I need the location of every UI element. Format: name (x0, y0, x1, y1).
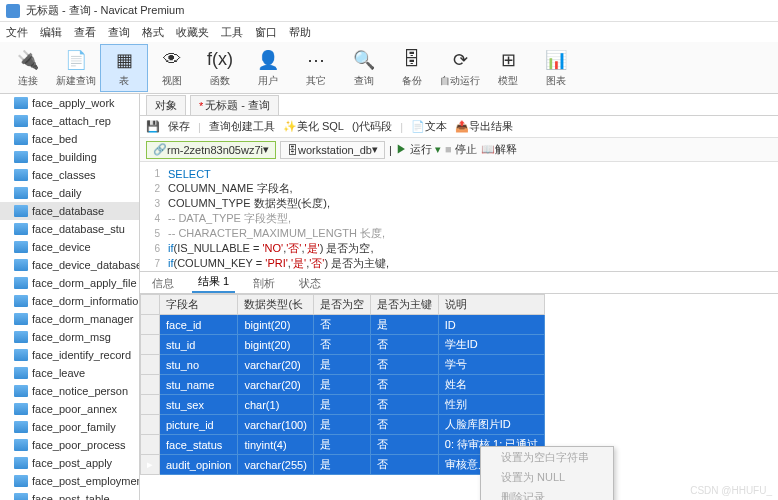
sidebar-item-face_notice_person[interactable]: face_notice_person (0, 382, 139, 400)
grid-cell[interactable]: 是 (313, 395, 370, 415)
menu-编辑[interactable]: 编辑 (40, 25, 62, 40)
tab-query[interactable]: *无标题 - 查询 (190, 95, 279, 115)
grid-cell[interactable]: face_status (160, 435, 238, 455)
sidebar-item-face_daily[interactable]: face_daily (0, 184, 139, 202)
grid-cell[interactable]: stu_id (160, 335, 238, 355)
row-header[interactable] (141, 435, 160, 455)
toolbar-连接[interactable]: 🔌连接 (4, 44, 52, 92)
row-header[interactable] (141, 355, 160, 375)
grid-cell[interactable]: 是 (313, 355, 370, 375)
sidebar-item-face_poor_family[interactable]: face_poor_family (0, 418, 139, 436)
sidebar-item-face_database_stu[interactable]: face_database_stu (0, 220, 139, 238)
menu-格式[interactable]: 格式 (142, 25, 164, 40)
save-icon[interactable]: 💾 (146, 120, 160, 133)
grid-cell[interactable]: varchar(20) (238, 375, 313, 395)
grid-cell[interactable]: audit_opinion (160, 455, 238, 475)
explain-button[interactable]: 📖解释 (481, 142, 517, 157)
connection-select[interactable]: 🔗 rm-2zetn83n05wz7i ▾ (146, 141, 276, 159)
toolbar-图表[interactable]: 📊图表 (532, 44, 580, 92)
grid-cell[interactable]: 性别 (438, 395, 545, 415)
row-header[interactable] (141, 415, 160, 435)
sidebar-item-face_post_apply[interactable]: face_post_apply (0, 454, 139, 472)
beautify-button[interactable]: ✨美化 SQL (283, 119, 344, 134)
database-select[interactable]: 🗄 workstation_db ▾ (280, 141, 385, 159)
grid-cell[interactable]: picture_id (160, 415, 238, 435)
grid-cell[interactable]: tinyint(4) (238, 435, 313, 455)
sidebar-item-face_identify_record[interactable]: face_identify_record (0, 346, 139, 364)
sidebar-item-face_dorm_msg[interactable]: face_dorm_msg (0, 328, 139, 346)
sidebar-item-face_dorm_manager[interactable]: face_dorm_manager (0, 310, 139, 328)
grid-cell[interactable]: 学生ID (438, 335, 545, 355)
grid-cell[interactable]: stu_no (160, 355, 238, 375)
grid-cell[interactable]: varchar(255) (238, 455, 313, 475)
grid-cell[interactable]: 否 (313, 335, 370, 355)
toolbar-用户[interactable]: 👤用户 (244, 44, 292, 92)
sidebar-item-face_apply_work[interactable]: face_apply_work (0, 94, 139, 112)
code-snippet-button[interactable]: ()代码段 (352, 119, 392, 134)
context-menu[interactable]: 设置为空白字符串设置为 NULL删除记录复制复制为▶粘贴显示▶ (480, 446, 614, 500)
grid-cell[interactable]: 否 (313, 315, 370, 335)
col-header[interactable]: 是否为主键 (370, 295, 438, 315)
sidebar-item-face_poor_process[interactable]: face_poor_process (0, 436, 139, 454)
menu-窗口[interactable]: 窗口 (255, 25, 277, 40)
toolbar-自动运行[interactable]: ⟳自动运行 (436, 44, 484, 92)
save-button[interactable]: 保存 (168, 119, 190, 134)
sidebar-item-face_building[interactable]: face_building (0, 148, 139, 166)
grid-cell[interactable]: 否 (370, 415, 438, 435)
grid-cell[interactable]: 是 (313, 415, 370, 435)
sql-editor[interactable]: 1SELECT2 COLUMN_NAME 字段名,3 COLUMN_TYPE 数… (140, 162, 778, 272)
grid-cell[interactable]: stu_name (160, 375, 238, 395)
menu-文件[interactable]: 文件 (6, 25, 28, 40)
grid-cell[interactable]: 是 (313, 455, 370, 475)
toolbar-备份[interactable]: 🗄备份 (388, 44, 436, 92)
toolbar-查询[interactable]: 🔍查询 (340, 44, 388, 92)
grid-cell[interactable]: face_id (160, 315, 238, 335)
sidebar-item-face_dorm_apply_file[interactable]: face_dorm_apply_file (0, 274, 139, 292)
grid-cell[interactable]: bigint(20) (238, 315, 313, 335)
grid-cell[interactable]: char(1) (238, 395, 313, 415)
tab-objects[interactable]: 对象 (146, 95, 186, 115)
export-button[interactable]: 📤导出结果 (455, 119, 513, 134)
grid-cell[interactable]: varchar(20) (238, 355, 313, 375)
menu-工具[interactable]: 工具 (221, 25, 243, 40)
row-header[interactable] (141, 375, 160, 395)
sidebar-item-face_dorm_information[interactable]: face_dorm_information (0, 292, 139, 310)
grid-cell[interactable]: 否 (370, 455, 438, 475)
grid-cell[interactable]: 否 (370, 375, 438, 395)
sidebar-item-face_classes[interactable]: face_classes (0, 166, 139, 184)
run-button[interactable]: ▶ 运行 ▾ (396, 142, 441, 157)
toolbar-其它[interactable]: ⋯其它 (292, 44, 340, 92)
sidebar-item-face_post_employmen[interactable]: face_post_employmen (0, 472, 139, 490)
toolbar-模型[interactable]: ⊞模型 (484, 44, 532, 92)
menu-帮助[interactable]: 帮助 (289, 25, 311, 40)
toolbar-新建查询[interactable]: 📄新建查询 (52, 44, 100, 92)
sidebar-item-face_bed[interactable]: face_bed (0, 130, 139, 148)
grid-cell[interactable]: varchar(100) (238, 415, 313, 435)
sidebar-item-face_leave[interactable]: face_leave (0, 364, 139, 382)
menu-查看[interactable]: 查看 (74, 25, 96, 40)
sidebar-item-face_poor_annex[interactable]: face_poor_annex (0, 400, 139, 418)
row-header[interactable] (141, 395, 160, 415)
result-grid[interactable]: 字段名数据类型(长是否为空是否为主键说明face_idbigint(20)否是I… (140, 294, 778, 500)
sidebar-item-face_database[interactable]: face_database (0, 202, 139, 220)
result-tab-2[interactable]: 剖析 (247, 274, 281, 293)
result-tab-0[interactable]: 信息 (146, 274, 180, 293)
col-header[interactable]: 数据类型(长 (238, 295, 313, 315)
grid-cell[interactable]: ID (438, 315, 545, 335)
menu-收藏夹[interactable]: 收藏夹 (176, 25, 209, 40)
grid-cell[interactable]: 是 (313, 375, 370, 395)
grid-cell[interactable]: 否 (370, 435, 438, 455)
grid-cell[interactable]: 是 (370, 315, 438, 335)
grid-cell[interactable]: 否 (370, 335, 438, 355)
row-header[interactable]: ▸ (141, 455, 160, 475)
col-header[interactable]: 说明 (438, 295, 545, 315)
menu-查询[interactable]: 查询 (108, 25, 130, 40)
toolbar-视图[interactable]: 👁视图 (148, 44, 196, 92)
sidebar-item-face_device_database[interactable]: face_device_database (0, 256, 139, 274)
result-tab-3[interactable]: 状态 (293, 274, 327, 293)
grid-cell[interactable]: stu_sex (160, 395, 238, 415)
grid-cell[interactable]: 人脸库图片ID (438, 415, 545, 435)
sidebar-item-face_post_table[interactable]: face_post_table (0, 490, 139, 500)
row-header[interactable] (141, 335, 160, 355)
toolbar-表[interactable]: ▦表 (100, 44, 148, 92)
